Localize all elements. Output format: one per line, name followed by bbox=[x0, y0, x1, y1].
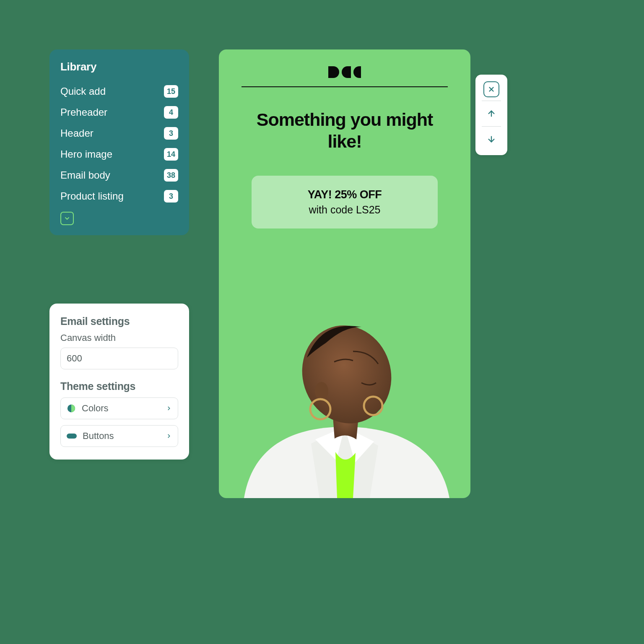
arrow-up-icon bbox=[487, 109, 496, 118]
count-badge: 3 bbox=[164, 127, 178, 140]
canvas-width-label: Canvas width bbox=[60, 332, 178, 343]
block-toolbar bbox=[475, 75, 507, 155]
library-panel: Library Quick add 15 Preheader 4 Header … bbox=[49, 49, 189, 235]
palette-icon bbox=[67, 404, 76, 413]
email-preview: Something you might like! YAY! 25% OFF w… bbox=[219, 49, 470, 498]
canvas-width-input[interactable] bbox=[60, 348, 178, 369]
library-item-label: Header bbox=[60, 127, 93, 139]
divider bbox=[242, 86, 448, 87]
move-down-button[interactable] bbox=[482, 130, 501, 148]
email-settings-title: Email settings bbox=[60, 315, 178, 327]
logo-shape-icon bbox=[353, 66, 361, 78]
theme-buttons-label: Buttons bbox=[83, 431, 160, 441]
library-item-label: Quick add bbox=[60, 86, 106, 97]
library-item-label: Email body bbox=[60, 169, 110, 181]
close-icon bbox=[488, 86, 495, 93]
library-item-hero-image[interactable]: Hero image 14 bbox=[60, 144, 178, 165]
library-item-quick-add[interactable]: Quick add 15 bbox=[60, 81, 178, 102]
logo-shape-icon bbox=[342, 66, 351, 78]
library-item-label: Hero image bbox=[60, 148, 112, 160]
preview-headline: Something you might like! bbox=[242, 109, 448, 152]
library-item-product-listing[interactable]: Product listing 3 bbox=[60, 186, 178, 207]
count-badge: 38 bbox=[164, 169, 178, 182]
theme-settings-title: Theme settings bbox=[60, 380, 178, 392]
delete-block-button[interactable] bbox=[483, 81, 499, 97]
hero-image bbox=[219, 301, 470, 498]
svg-point-2 bbox=[290, 314, 404, 435]
arrow-down-icon bbox=[487, 135, 496, 144]
settings-panel: Email settings Canvas width Theme settin… bbox=[49, 304, 189, 460]
logo-shape-icon bbox=[328, 66, 339, 78]
count-badge: 4 bbox=[164, 106, 178, 119]
library-item-label: Preheader bbox=[60, 106, 107, 118]
library-item-email-body[interactable]: Email body 38 bbox=[60, 165, 178, 186]
separator bbox=[482, 126, 501, 127]
count-badge: 15 bbox=[164, 85, 178, 98]
library-item-label: Product listing bbox=[60, 190, 124, 202]
promo-headline: YAY! 25% OFF bbox=[260, 188, 429, 201]
count-badge: 14 bbox=[164, 148, 178, 161]
library-item-preheader[interactable]: Preheader 4 bbox=[60, 102, 178, 123]
count-badge: 3 bbox=[164, 190, 178, 203]
brand-logo bbox=[242, 66, 448, 78]
separator bbox=[482, 101, 501, 101]
library-title: Library bbox=[60, 60, 178, 73]
promo-box: YAY! 25% OFF with code LS25 bbox=[252, 176, 438, 229]
theme-buttons-button[interactable]: Buttons bbox=[60, 425, 178, 447]
library-item-header[interactable]: Header 3 bbox=[60, 123, 178, 144]
chevron-right-icon bbox=[166, 431, 172, 441]
chevron-down-icon bbox=[64, 215, 70, 222]
svg-point-3 bbox=[315, 382, 328, 400]
expand-button[interactable] bbox=[60, 212, 74, 225]
move-up-button[interactable] bbox=[482, 104, 501, 123]
chevron-right-icon bbox=[166, 403, 172, 414]
theme-colors-button[interactable]: Colors bbox=[60, 397, 178, 419]
svg-rect-1 bbox=[67, 434, 77, 439]
theme-colors-label: Colors bbox=[82, 403, 160, 414]
button-icon bbox=[67, 433, 77, 439]
promo-sub: with code LS25 bbox=[260, 204, 429, 216]
